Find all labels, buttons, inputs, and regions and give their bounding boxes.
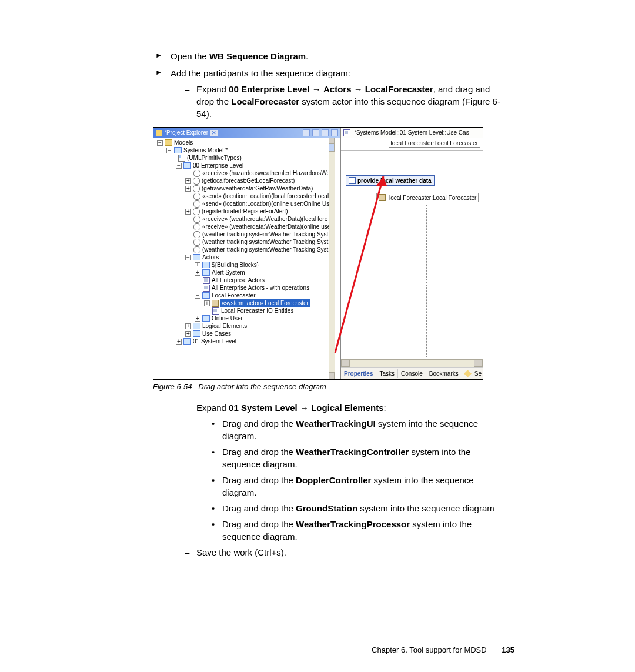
tree-local-forecaster-selected[interactable]: «system_actor» Local Forecaster — [220, 299, 310, 307]
step-continuation: Expand 01 System Level → Logical Element… — [153, 402, 509, 559]
operation-icon — [193, 246, 200, 253]
expander-icon[interactable]: + — [195, 270, 200, 276]
tree-alert-system[interactable]: Alert System — [212, 269, 245, 276]
tree-op[interactable]: (registerforalert:RegisterForAlert) — [202, 208, 288, 215]
operation-icon — [193, 170, 200, 177]
tree-all-enterprise-actors-ops[interactable]: All Enterprise Actors - with operations — [212, 284, 309, 292]
tree-online-user[interactable]: Online User — [212, 315, 243, 322]
diagram-editor-pane: *Systems Model::01 System Level::Use Cas… — [341, 128, 483, 379]
scroll-right-icon[interactable] — [474, 360, 482, 367]
tree-op[interactable]: (getrawweatherdata:GetRawWeatherData) — [202, 185, 313, 192]
expander-icon[interactable]: + — [195, 262, 200, 268]
toolbar-maximize-icon[interactable] — [331, 129, 338, 136]
tree-op[interactable]: «receive» (weatherdata:WeatherData)(onli… — [202, 223, 330, 230]
tree-uml-prim[interactable]: (UMLPrimitiveTypes) — [187, 154, 242, 162]
lifeline-header: local Forecaster:Local Forecaster — [389, 139, 480, 148]
expander-icon[interactable]: + — [204, 300, 210, 306]
tree-enterprise[interactable]: 00 Enterprise Level — [193, 162, 243, 169]
diagram-icon — [212, 307, 219, 315]
toolbar-button[interactable] — [312, 129, 319, 136]
package-icon — [178, 155, 185, 162]
dot-doppler-controller: Drag and drop the DopplerController syst… — [208, 474, 509, 499]
dot-weather-tracking-ui: Drag and drop the WeatherTrackingUI syst… — [208, 417, 509, 442]
tree-view[interactable]: −Models −Systems Model * (UMLPrimitiveTy… — [153, 138, 335, 379]
vertical-scrollbar[interactable] — [329, 138, 335, 379]
tree-op[interactable]: (weather tracking system:Weather Trackin… — [202, 238, 328, 246]
screenshot: *Project Explorer ✕ −Models −Systems Mod… — [153, 127, 483, 380]
tree-op[interactable]: (weather tracking system:Weather Trackin… — [202, 230, 328, 238]
interaction-box[interactable]: provide local weather data — [346, 175, 435, 186]
expander-icon[interactable]: + — [185, 209, 191, 215]
expander-icon[interactable]: + — [185, 186, 191, 192]
model-icon — [174, 147, 182, 153]
step-list: Open the WB Sequence Diagram. Add the pa… — [153, 50, 509, 120]
operation-icon — [193, 208, 200, 215]
tab-console[interactable]: Console — [398, 369, 426, 378]
diagram-canvas[interactable]: provide local weather data local Forecas… — [341, 150, 483, 359]
explorer-folder-icon — [156, 130, 162, 136]
scroll-left-icon[interactable] — [342, 360, 350, 367]
tree-actors[interactable]: Actors — [202, 253, 219, 261]
expander-icon[interactable]: − — [157, 140, 163, 146]
step-list-continued: Expand 01 System Level → Logical Element… — [153, 402, 509, 559]
tree-op[interactable]: (getlocalforecast:GetLocalForecast) — [202, 177, 295, 185]
toolbar-button[interactable] — [303, 129, 310, 136]
explorer-close-button[interactable]: ✕ — [210, 130, 218, 136]
scroll-thumb[interactable] — [329, 143, 335, 152]
step-add-participants: Add the participants to the sequence dia… — [153, 67, 509, 120]
tab-search-cut[interactable]: Se — [462, 368, 483, 379]
folder-icon — [202, 262, 210, 268]
page-footer: Chapter 6. Tool support for MDSD 135 — [372, 646, 514, 654]
tab-bookmarks[interactable]: Bookmarks — [426, 369, 462, 378]
tree-op[interactable]: «send» (location:Location)(local forecas… — [202, 192, 329, 200]
tree-systems-model[interactable]: Systems Model * — [183, 146, 228, 154]
figure-6-54: *Project Explorer ✕ −Models −Systems Mod… — [153, 127, 509, 380]
svg-line-0 — [335, 176, 383, 353]
tab-tasks[interactable]: Tasks — [376, 369, 398, 378]
tree-local-forecaster-io[interactable]: Local Forecaster IO Entities — [221, 307, 293, 315]
operation-icon — [193, 185, 200, 192]
tree-op[interactable]: (weather tracking system:Weather Trackin… — [202, 246, 328, 253]
folder-icon — [183, 162, 191, 169]
expander-icon[interactable]: − — [166, 148, 172, 153]
toolbar-minimize-icon[interactable] — [322, 129, 329, 136]
tab-properties[interactable]: Properties — [341, 369, 376, 378]
expander-icon[interactable]: + — [185, 178, 191, 184]
tree-use-cases[interactable]: Use Cases — [202, 330, 231, 337]
diagram-icon — [343, 129, 350, 136]
scroll-down-icon[interactable] — [329, 372, 335, 379]
horizontal-scrollbar[interactable] — [341, 359, 483, 367]
tree-local-forecaster-folder[interactable]: Local Forecaster — [212, 292, 255, 299]
expander-icon[interactable]: + — [176, 339, 182, 345]
operation-icon — [193, 193, 200, 200]
expander-icon[interactable]: − — [176, 163, 182, 169]
expander-icon[interactable]: + — [185, 331, 191, 337]
diagram-icon — [203, 277, 210, 284]
dropped-actor-lifeline[interactable]: local Forecaster:Local Forecaster — [376, 193, 479, 202]
tree-logical-elements[interactable]: Logical Elements — [202, 322, 247, 330]
tree-all-enterprise-actors[interactable]: All Enterprise Actors — [212, 276, 265, 284]
expander-icon[interactable]: + — [185, 323, 191, 329]
explorer-title: *Project Explorer — [164, 129, 208, 136]
tree-system-level[interactable]: 01 System Level — [193, 337, 236, 345]
expander-icon[interactable]: − — [185, 255, 191, 260]
tree-building-blocks[interactable]: ${Building Blocks} — [212, 261, 259, 269]
folder-icon — [202, 292, 210, 299]
expander-icon[interactable]: − — [195, 293, 200, 299]
operation-icon — [193, 231, 200, 238]
expander-icon[interactable]: + — [195, 316, 200, 322]
actor-icon — [379, 194, 386, 201]
dot-ground-station: Drag and drop the GroundStation system i… — [208, 502, 509, 514]
operation-icon — [193, 216, 200, 223]
dot-weather-tracking-processor: Drag and drop the WeatherTrackingProcess… — [208, 518, 509, 543]
diagram-tab[interactable]: *Systems Model::01 System Level::Use Cas — [341, 128, 483, 138]
tree-models[interactable]: Models — [174, 139, 193, 146]
tree-op[interactable]: «send» (location:Location)(online user:O… — [202, 200, 333, 208]
folder-icon — [193, 323, 200, 329]
explorer-title-bar: *Project Explorer ✕ — [153, 128, 340, 138]
project-explorer-pane: *Project Explorer ✕ −Models −Systems Mod… — [153, 128, 341, 379]
operation-icon — [193, 178, 200, 185]
figure-caption: Figure 6-54 Drag actor into the sequence… — [153, 382, 509, 391]
tree-op[interactable]: «receive» (hazardousweatheralert:Hazardo… — [202, 169, 330, 177]
tree-op[interactable]: «receive» (weatherdata:WeatherData)(loca… — [202, 215, 327, 223]
